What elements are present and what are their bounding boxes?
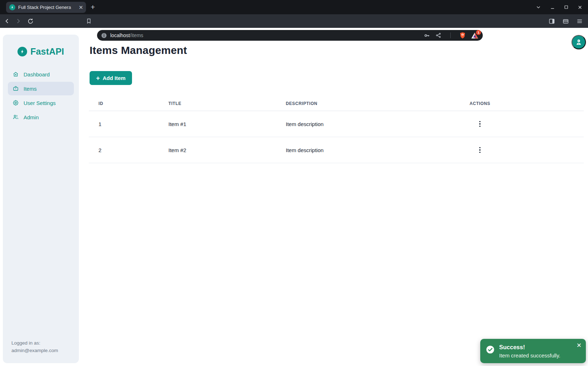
window-close-icon[interactable]: [578, 5, 582, 10]
plus-icon: +: [96, 75, 100, 81]
browser-toolbar: localhost/items: [0, 14, 588, 28]
toast-title: Success!: [499, 344, 560, 351]
menu-hamburger-icon[interactable]: [576, 18, 583, 25]
add-item-button[interactable]: + Add Item: [90, 71, 132, 85]
page-title: Items Management: [90, 44, 187, 56]
site-info-icon[interactable]: [101, 32, 107, 39]
row-actions-kebab-button[interactable]: [476, 145, 484, 155]
user-avatar-button[interactable]: [572, 35, 586, 49]
column-header-actions: ACTIONS: [407, 101, 553, 106]
cell-id: 1: [89, 121, 159, 127]
reload-button-icon[interactable]: [27, 18, 34, 25]
tab-search-chevron-icon[interactable]: [536, 5, 541, 10]
items-table: ID TITLE DESCRIPTION ACTIONS 1 Item #1 I…: [89, 96, 584, 163]
table-row: 2 Item #2 Item description: [89, 137, 584, 163]
tab-close-icon[interactable]: ✕: [78, 5, 83, 10]
fastapi-logo-text: FastAPI: [30, 46, 64, 57]
tab-title: Full Stack Project Genera: [18, 5, 77, 10]
browser-tab[interactable]: Full Stack Project Genera ✕: [6, 2, 86, 13]
app-sidebar: FastAPI Dashboard Items User Settings Ad…: [3, 35, 79, 363]
sidebar-item-label: Admin: [24, 114, 39, 120]
share-icon[interactable]: [435, 32, 442, 39]
url-path: /items: [130, 32, 143, 38]
table-row: 1 Item #1 Item description: [89, 111, 584, 137]
password-key-icon[interactable]: [424, 32, 430, 39]
window-maximize-icon[interactable]: [564, 5, 568, 9]
sidebar-item-label: Dashboard: [24, 71, 50, 77]
fastapi-favicon-icon: [9, 4, 15, 10]
sidebar-item-label: User Settings: [24, 100, 56, 106]
wallet-icon[interactable]: [562, 18, 569, 25]
cell-title: Item #2: [159, 147, 276, 153]
users-icon: [12, 114, 19, 120]
column-header-id: ID: [89, 101, 159, 106]
url-host: localhost: [110, 32, 130, 38]
forward-button-icon[interactable]: [15, 17, 22, 25]
new-tab-button[interactable]: +: [91, 3, 95, 11]
back-button-icon[interactable]: [4, 17, 11, 25]
window-minimize-icon[interactable]: [550, 5, 555, 10]
icon-separator: [450, 32, 451, 38]
user-avatar-icon: [575, 38, 583, 46]
brave-rewards-icon[interactable]: 1: [471, 32, 478, 39]
cell-title: Item #1: [159, 121, 276, 127]
sidebar-nav: Dashboard Items User Settings Admin: [8, 67, 74, 124]
table-header-row: ID TITLE DESCRIPTION ACTIONS: [89, 96, 584, 111]
toast-message: Item created successfully.: [499, 352, 560, 359]
row-actions-kebab-button[interactable]: [476, 119, 484, 129]
gear-icon: [12, 100, 19, 106]
cell-id: 2: [89, 147, 159, 153]
fastapi-bolt-icon: [17, 47, 27, 56]
url-bar[interactable]: localhost/items: [97, 30, 483, 41]
sidebar-toggle-icon[interactable]: [548, 18, 555, 25]
sidebar-item-label: Items: [24, 86, 37, 92]
column-header-title: TITLE: [159, 101, 276, 106]
cell-description: Item description: [276, 147, 407, 153]
success-check-icon: [486, 345, 495, 354]
sidebar-item-admin[interactable]: Admin: [8, 110, 74, 124]
rewards-badge: 1: [476, 30, 481, 35]
sidebar-item-user-settings[interactable]: User Settings: [8, 96, 74, 110]
table-body: 1 Item #1 Item description 2 Item #2 Ite…: [89, 111, 584, 163]
cell-description: Item description: [276, 121, 407, 127]
logged-in-email: admin@example.com: [11, 347, 58, 354]
brave-shield-icon[interactable]: [459, 32, 466, 39]
logged-in-label: Logged in as:: [11, 339, 58, 347]
sidebar-item-dashboard[interactable]: Dashboard: [8, 67, 74, 81]
column-header-description: DESCRIPTION: [276, 101, 407, 106]
fastapi-logo: FastAPI: [3, 46, 79, 57]
briefcase-icon: [12, 85, 19, 92]
sidebar-item-items[interactable]: Items: [8, 82, 74, 95]
toast-close-icon[interactable]: ✕: [577, 342, 582, 349]
success-toast: Success! Item created successfully. ✕: [480, 339, 586, 363]
browser-tab-bar: Full Stack Project Genera ✕ +: [0, 0, 588, 14]
bookmark-icon[interactable]: [86, 17, 92, 25]
home-icon: [12, 71, 19, 77]
add-item-label: Add Item: [103, 75, 126, 81]
